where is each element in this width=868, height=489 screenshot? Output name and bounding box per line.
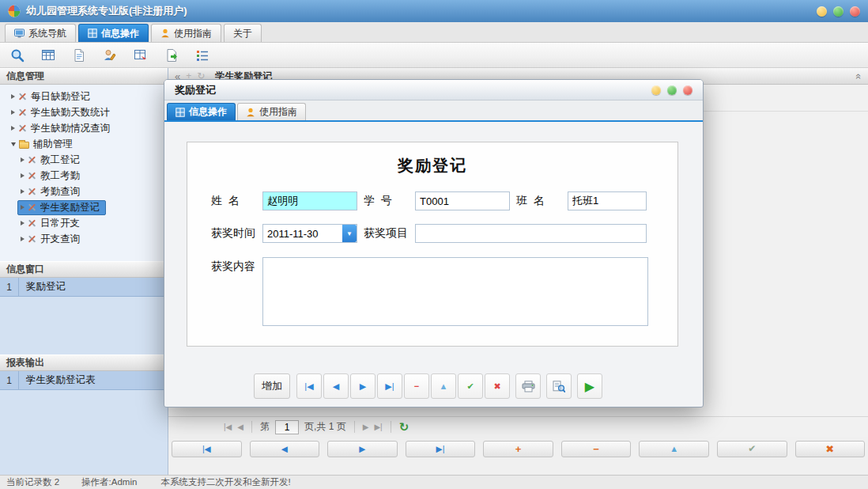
- expand-arrow-icon[interactable]: [11, 110, 15, 115]
- award-content-textarea[interactable]: [262, 257, 648, 326]
- record-next-button[interactable]: ▶: [350, 373, 376, 399]
- toolbar-export-document-button[interactable]: [158, 44, 184, 66]
- nav-insert-button[interactable]: +: [483, 441, 553, 457]
- name-input[interactable]: [262, 191, 357, 210]
- record-prev-button[interactable]: ◀: [323, 373, 349, 399]
- close-button[interactable]: [850, 6, 860, 17]
- tree-item-box: 考勤查询: [17, 184, 86, 199]
- search-icon: [10, 48, 25, 63]
- dialog-maximize-button[interactable]: [667, 85, 677, 95]
- tool-icon: [18, 124, 27, 133]
- execute-button[interactable]: ▶: [577, 373, 602, 399]
- tree-item-attendance-query[interactable]: 考勤查询: [0, 184, 168, 199]
- expand-arrow-icon[interactable]: [21, 221, 25, 226]
- nav-first-button[interactable]: |◀: [172, 441, 242, 457]
- report-output-row[interactable]: 1 学生奖励登记表: [0, 371, 168, 390]
- nav-delete-button[interactable]: −: [561, 441, 632, 457]
- record-nav-toolbar: |◀ ◀ ▶ ▶| + − ▲ ✔ ✖: [168, 437, 868, 461]
- tool-icon: [28, 235, 36, 244]
- record-count-text: 当前记录数 2: [6, 476, 59, 488]
- tab-about[interactable]: 关于: [224, 24, 262, 42]
- toolbar-export-table-button[interactable]: [127, 44, 153, 66]
- report-output-list: 1 学生奖励登记表: [0, 371, 168, 475]
- toolbar-search-button[interactable]: [4, 44, 30, 66]
- pagination-bar: |◀ ◀ 第 页,共 1 页 ▶ ▶| ↻: [168, 416, 868, 437]
- tree-item-label: 开支查询: [40, 233, 80, 246]
- tree-item-student-reward[interactable]: 学生奖励登记: [0, 199, 168, 215]
- tree-item-box: 学生缺勤天数统计: [8, 105, 116, 120]
- add-button[interactable]: 增加: [254, 373, 290, 399]
- section-title: 信息窗口: [6, 263, 44, 276]
- record-last-button[interactable]: ▶|: [377, 373, 402, 399]
- page-prev-button[interactable]: ◀: [237, 423, 243, 431]
- dropdown-arrow-icon[interactable]: ▼: [342, 225, 357, 242]
- maximize-button[interactable]: [833, 6, 843, 17]
- tree-item-absence-query[interactable]: 学生缺勤情况查询: [0, 120, 168, 136]
- info-window-row[interactable]: 1 奖励登记: [0, 278, 168, 297]
- form-row-2: 获奖时间 ▼ 获奖项目: [211, 224, 647, 243]
- tool-icon: [18, 108, 27, 117]
- tab-user-guide[interactable]: 使用指南: [151, 24, 221, 42]
- tree-item-daily-expenses[interactable]: 日常开支: [0, 215, 168, 231]
- dialog-minimize-button[interactable]: [651, 85, 661, 95]
- class-name-input[interactable]: [568, 191, 647, 210]
- dialog-close-button[interactable]: [683, 85, 693, 95]
- nav-next-button[interactable]: ▶: [327, 441, 398, 457]
- form-row-3: 获奖内容: [211, 257, 648, 326]
- nav-edit-button[interactable]: ▲: [639, 441, 709, 457]
- record-first-button[interactable]: |◀: [296, 373, 322, 399]
- page-first-button[interactable]: |◀: [224, 423, 232, 431]
- tool-icon: [28, 188, 36, 196]
- dialog-titlebar: 奖励登记: [164, 80, 703, 100]
- student-id-input[interactable]: [415, 191, 510, 210]
- document-icon: [72, 48, 86, 63]
- expand-arrow-icon[interactable]: [21, 157, 25, 162]
- dialog-tab-user-guide[interactable]: 使用指南: [237, 103, 306, 120]
- tree-item-box: 日常开支: [17, 216, 86, 231]
- record-delete-button[interactable]: −: [404, 373, 429, 399]
- page-label-suffix: 页,共 1 页: [304, 420, 346, 434]
- tree-item-daily-absence[interactable]: 每日缺勤登记: [0, 89, 168, 104]
- tree-item-staff-registration[interactable]: 教工登记: [0, 152, 168, 168]
- tree-item-absence-days-stats[interactable]: 学生缺勤天数统计: [0, 104, 168, 120]
- expand-arrow-icon[interactable]: [11, 126, 15, 131]
- bottom-filler: [168, 461, 868, 475]
- record-edit-button[interactable]: ▲: [431, 373, 456, 399]
- record-post-button[interactable]: ✔: [458, 373, 483, 399]
- collapse-arrow-icon[interactable]: [11, 142, 16, 146]
- tree-item-box: 教工登记: [17, 153, 86, 168]
- toolbar-report-button[interactable]: [189, 44, 215, 66]
- refresh-button[interactable]: ↻: [399, 420, 409, 434]
- record-cancel-button[interactable]: ✖: [485, 373, 510, 399]
- nav-last-button[interactable]: ▶|: [406, 441, 476, 457]
- monitor-icon: [14, 28, 25, 39]
- tab-information-operation[interactable]: 信息操作: [78, 24, 149, 42]
- expand-arrow-icon[interactable]: [21, 173, 25, 178]
- dialog-tab-information-operation[interactable]: 信息操作: [167, 103, 236, 120]
- tree-item-expense-query[interactable]: 开支查询: [0, 231, 168, 247]
- nav-cancel-button[interactable]: ✖: [795, 441, 866, 457]
- toolbar-table-button[interactable]: [35, 44, 61, 66]
- toolbar-document-button[interactable]: [66, 44, 92, 66]
- toolbar-staff-button[interactable]: [96, 44, 123, 66]
- expand-arrow-icon[interactable]: [21, 205, 25, 210]
- expand-arrow-icon[interactable]: [21, 189, 25, 194]
- tree-item-staff-attendance[interactable]: 教工考勤: [0, 168, 168, 184]
- minimize-button[interactable]: [817, 6, 827, 17]
- print-preview-button[interactable]: [546, 373, 572, 399]
- award-item-input[interactable]: [415, 224, 647, 243]
- tab-system-navigation[interactable]: 系统导航: [5, 24, 76, 42]
- tree-folder-auxiliary-management[interactable]: 辅助管理: [0, 136, 168, 152]
- tree-item-label: 学生奖励登记: [40, 201, 100, 214]
- collapse-panel-icon[interactable]: «: [853, 73, 865, 78]
- page-last-button[interactable]: ▶|: [374, 423, 382, 431]
- page-next-button[interactable]: ▶: [363, 423, 369, 431]
- print-button[interactable]: [515, 373, 541, 399]
- nav-prev-button[interactable]: ◀: [250, 441, 320, 457]
- award-date-combo[interactable]: ▼: [262, 224, 357, 243]
- page-number-input[interactable]: [275, 420, 299, 434]
- tool-icon: [28, 219, 36, 228]
- expand-arrow-icon[interactable]: [21, 237, 25, 241]
- nav-post-button[interactable]: ✔: [717, 441, 787, 457]
- expand-arrow-icon[interactable]: [11, 94, 15, 99]
